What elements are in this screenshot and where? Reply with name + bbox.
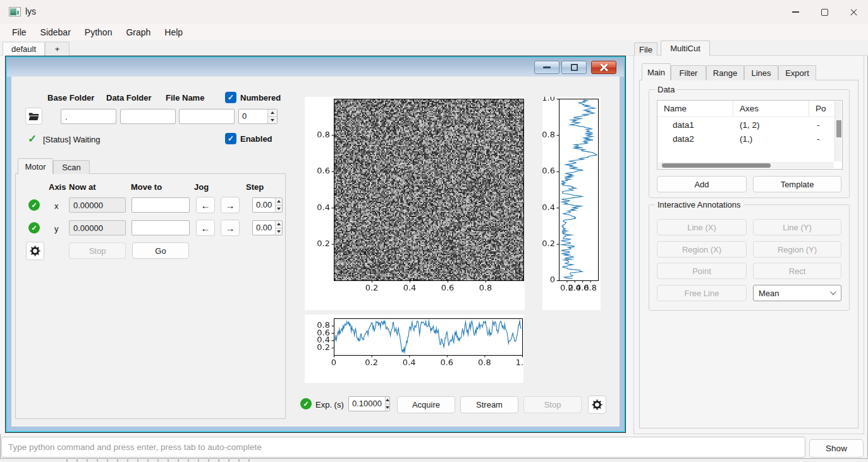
show-button[interactable]: Show	[809, 439, 864, 458]
camera-image-canvas[interactable]	[305, 97, 525, 310]
multicut-tab-range[interactable]: Range	[706, 65, 744, 80]
horizontal-profile-canvas[interactable]	[305, 315, 523, 383]
spin-up-button[interactable]	[268, 109, 277, 117]
motor-go-button[interactable]: Go	[132, 242, 189, 259]
spin-up-icon	[386, 399, 389, 401]
camera-settings-button[interactable]	[588, 396, 606, 414]
axis-y-jog-left-button[interactable]: ←	[196, 220, 215, 236]
annotations-group-title: Interactive Annotations	[655, 200, 743, 209]
scrollbar-thumb[interactable]	[662, 163, 771, 168]
gear-icon	[592, 399, 602, 410]
close-button[interactable]	[839, 0, 868, 24]
axis-y-step-spinbox[interactable]: 0.00	[252, 220, 283, 235]
motor-settings-button[interactable]	[26, 242, 44, 260]
table-row[interactable]: data1 (1, 2) -	[657, 118, 834, 132]
sidebar-tab-file[interactable]: File	[634, 42, 657, 56]
menu-bar: File Sidebar Python Graph Help	[0, 24, 868, 41]
axis-y-move-to-input[interactable]	[131, 220, 190, 235]
menu-sidebar[interactable]: Sidebar	[34, 25, 78, 39]
menu-file[interactable]: File	[5, 25, 34, 39]
data-group-title: Data	[655, 85, 677, 94]
move-to-header: Move to	[131, 182, 162, 192]
axis-x-step-spinbox[interactable]: 0.00	[252, 197, 283, 213]
vertical-profile-plot[interactable]	[542, 97, 601, 310]
data-table[interactable]: Name Axes Po data1 (1, 2) - data2 (1,) -	[657, 100, 843, 170]
file-name-input[interactable]	[179, 109, 235, 124]
workspace-tab-add[interactable]: +	[45, 42, 70, 56]
spin-down-icon	[386, 406, 389, 409]
minimize-button[interactable]	[781, 0, 810, 24]
point-button[interactable]: Point	[657, 263, 747, 279]
acquisition-window-titlebar[interactable]	[7, 58, 624, 77]
main-titlebar: lys	[0, 0, 868, 24]
menu-help[interactable]: Help	[157, 25, 190, 39]
data-folder-input[interactable]	[120, 109, 176, 124]
multicut-tab-lines[interactable]: Lines	[744, 65, 778, 80]
camera-image-plot[interactable]	[305, 97, 525, 310]
line-y-button[interactable]: Line (Y)	[753, 219, 841, 235]
vertical-profile-canvas[interactable]	[542, 97, 601, 310]
base-folder-input[interactable]	[61, 109, 116, 124]
add-button[interactable]: Add	[657, 176, 747, 192]
motor-panel: Axis Now at Move to Jog Step ✓ x 0.00000…	[15, 173, 286, 419]
free-line-button[interactable]: Free Line	[657, 285, 747, 301]
jog-header: Jog	[194, 182, 209, 192]
exposure-label: Exp. (s)	[315, 400, 344, 409]
multicut-tab-main[interactable]: Main	[642, 63, 671, 80]
maximize-button[interactable]	[810, 0, 839, 24]
menu-graph[interactable]: Graph	[119, 25, 157, 39]
subwindow-minimize-button[interactable]	[534, 61, 559, 74]
spin-down-button[interactable]	[268, 117, 277, 124]
axis-x-move-to-input[interactable]	[131, 197, 190, 213]
numbered-spinbox[interactable]: 0	[238, 109, 278, 124]
multicut-tab-export[interactable]: Export	[778, 65, 816, 80]
spin-down-icon	[271, 119, 274, 122]
spin-down-icon	[277, 208, 281, 210]
table-row[interactable]: data2 (1,) -	[657, 132, 834, 146]
scrollbar-thumb[interactable]	[836, 120, 841, 137]
axis-y-jog-right-button[interactable]: →	[221, 220, 240, 236]
exposure-spinbox[interactable]: 0.10000	[348, 396, 390, 411]
workspace-tab-default[interactable]: default	[3, 42, 45, 56]
menu-python[interactable]: Python	[78, 25, 119, 39]
numbered-checkbox[interactable]: ✓	[225, 92, 236, 103]
multicut-tab-filter[interactable]: Filter	[671, 65, 706, 80]
region-y-button[interactable]: Region (Y)	[753, 241, 841, 258]
axis-x-jog-left-button[interactable]: ←	[196, 197, 215, 213]
open-folder-button[interactable]	[25, 108, 42, 125]
subwindow-maximize-button[interactable]	[561, 61, 587, 74]
spin-up-icon	[277, 223, 281, 225]
col-header-po[interactable]: Po	[809, 101, 834, 116]
axis-y-label: y	[54, 224, 59, 234]
acquire-button[interactable]: Acquire	[397, 396, 455, 413]
now-at-header: Now at	[69, 182, 96, 192]
lys-app: lys File Sidebar Python Graph Help defau…	[0, 0, 868, 462]
tab-scan[interactable]: Scan	[53, 160, 90, 174]
python-command-input[interactable]	[1, 437, 805, 458]
exposure-value: 0.10000	[349, 397, 385, 411]
stream-button[interactable]: Stream	[460, 396, 518, 413]
axis-x-label: x	[54, 201, 59, 211]
file-name-label: File Name	[166, 93, 204, 103]
acquire-stop-button[interactable]: Stop	[523, 396, 582, 413]
rect-button[interactable]: Rect	[753, 263, 841, 279]
axis-header: Axis	[49, 182, 66, 192]
maximize-icon	[821, 9, 828, 16]
acquisition-window-content: Base Folder Data Folder File Name ✓ Numb…	[11, 77, 620, 427]
col-header-axes[interactable]: Axes	[733, 101, 809, 116]
region-x-button[interactable]: Region (X)	[657, 241, 747, 258]
axis-x-status-icon: ✓	[28, 199, 40, 211]
col-header-name[interactable]: Name	[657, 101, 733, 116]
axis-x-jog-right-button[interactable]: →	[221, 197, 240, 213]
subwindow-close-button[interactable]	[591, 61, 616, 74]
line-x-button[interactable]: Line (X)	[657, 219, 747, 235]
motor-stop-button[interactable]: Stop	[69, 242, 126, 259]
mean-combobox[interactable]: Mean	[753, 285, 841, 301]
tab-motor[interactable]: Motor	[18, 158, 53, 174]
table-horizontal-scrollbar[interactable]	[658, 162, 834, 168]
template-button[interactable]: Template	[753, 176, 841, 192]
horizontal-profile-plot[interactable]	[305, 315, 523, 383]
sidebar-tab-multicut[interactable]: MultiCut	[661, 41, 710, 56]
enabled-checkbox[interactable]: ✓	[225, 133, 236, 144]
table-vertical-scrollbar[interactable]	[834, 101, 841, 161]
